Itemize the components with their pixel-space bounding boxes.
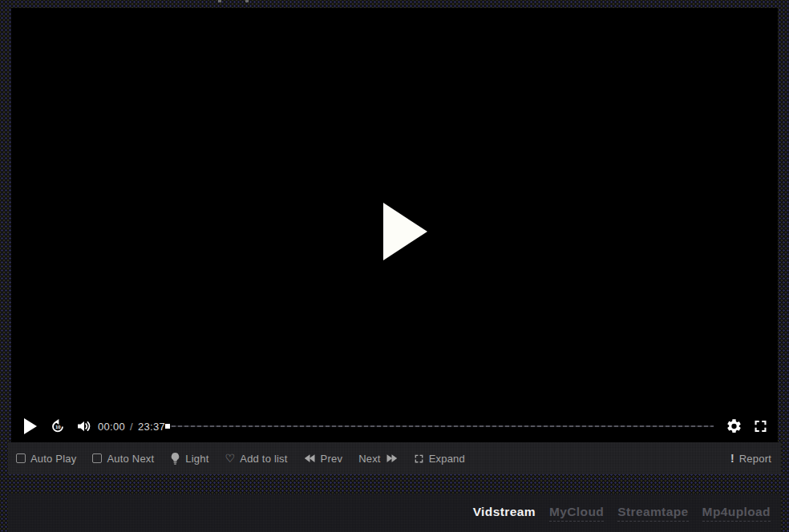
progress-track xyxy=(165,425,714,427)
volume-button[interactable] xyxy=(75,418,92,435)
server-streamtape[interactable]: Streamtape xyxy=(617,505,688,522)
video-player[interactable]: 10 00:00 / 23:37 xyxy=(11,8,778,442)
report-button[interactable]: ! Report xyxy=(730,452,771,465)
next-icon xyxy=(386,453,398,463)
svg-text:10: 10 xyxy=(55,425,61,429)
big-play-icon[interactable] xyxy=(383,203,427,260)
server-select-panel: Vidstream MyCloud Streamtape Mp4upload xyxy=(8,494,781,532)
rewind-10-button[interactable]: 10 xyxy=(49,417,67,435)
clipped-page-title xyxy=(218,0,221,2)
lightbulb-icon xyxy=(170,453,180,465)
light-toggle[interactable]: Light xyxy=(170,453,208,465)
prev-episode-button[interactable]: Prev xyxy=(304,453,343,465)
expand-icon xyxy=(414,453,424,464)
server-mycloud[interactable]: MyCloud xyxy=(549,505,604,522)
add-to-list-label: Add to list xyxy=(240,453,287,465)
next-episode-button[interactable]: Next xyxy=(358,453,398,465)
auto-next-label: Auto Next xyxy=(107,453,154,465)
volume-icon xyxy=(75,418,92,435)
play-button[interactable] xyxy=(24,418,37,434)
expand-button[interactable]: Expand xyxy=(414,453,465,465)
play-icon xyxy=(24,418,37,434)
current-time: 00:00 xyxy=(98,421,125,433)
server-mp4upload[interactable]: Mp4upload xyxy=(702,505,771,522)
auto-play-toggle[interactable]: Auto Play xyxy=(16,453,76,465)
checkbox-icon[interactable] xyxy=(16,453,26,463)
exclamation-icon: ! xyxy=(730,452,734,465)
auto-next-toggle[interactable]: Auto Next xyxy=(92,453,154,465)
checkbox-icon[interactable] xyxy=(92,453,102,463)
player-toolbar: Auto Play Auto Next Light ♡ Add to list … xyxy=(8,442,781,474)
progress-bar[interactable] xyxy=(165,423,714,429)
time-display: 00:00 / 23:37 xyxy=(98,421,165,433)
duration: 23:37 xyxy=(138,421,165,433)
clipped-page-title xyxy=(245,0,249,2)
time-separator: / xyxy=(130,421,133,433)
auto-play-label: Auto Play xyxy=(30,453,76,465)
rewind-10-icon: 10 xyxy=(49,417,67,435)
server-vidstream[interactable]: Vidstream xyxy=(473,505,536,522)
light-label: Light xyxy=(185,453,208,465)
player-controls: 10 00:00 / 23:37 xyxy=(11,410,778,442)
progress-playhead[interactable] xyxy=(165,424,170,429)
fullscreen-icon xyxy=(752,418,769,435)
next-label: Next xyxy=(358,453,381,465)
prev-icon xyxy=(304,453,316,463)
prev-label: Prev xyxy=(321,453,343,465)
gear-icon xyxy=(726,418,742,435)
settings-button[interactable] xyxy=(726,418,742,435)
fullscreen-button[interactable] xyxy=(752,418,769,435)
expand-label: Expand xyxy=(429,453,465,465)
report-label: Report xyxy=(739,453,771,465)
add-to-list-button[interactable]: ♡ Add to list xyxy=(225,453,288,465)
heart-icon: ♡ xyxy=(225,453,236,464)
